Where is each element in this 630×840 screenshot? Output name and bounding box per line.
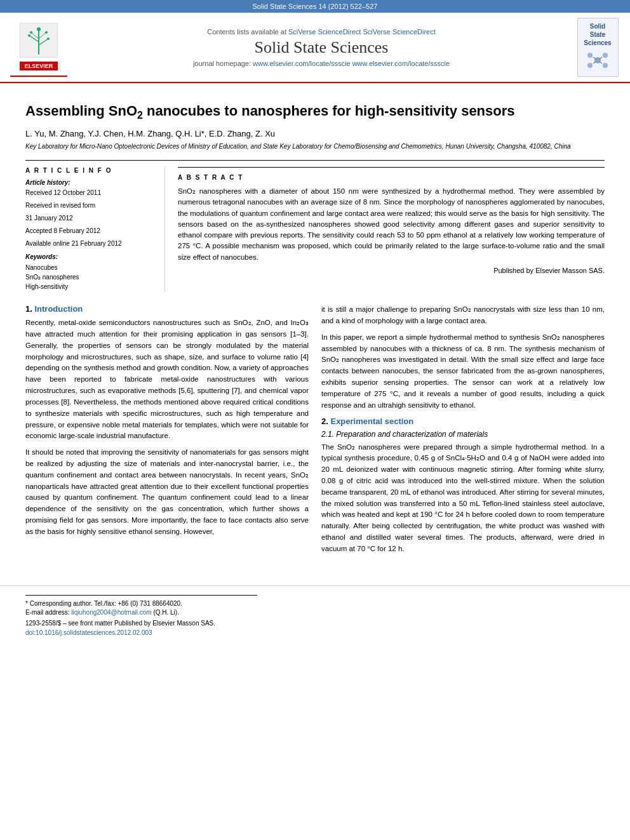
elsevier-logo-area: ELSEVIER [10,18,67,77]
svg-point-15 [603,63,608,68]
email-link[interactable]: liqiuhong2004@hotmail.com [71,609,151,616]
right-intro-para1: it is still a major challenge to prepari… [321,304,605,327]
received-date: Received 12 October 2011 [25,189,154,197]
sciverse-name: SciVerse ScienceDirect [363,28,435,36]
svg-point-12 [587,53,593,58]
history-label: Article history: [25,179,154,186]
svg-point-9 [30,31,32,34]
contents-available: Contents lists available at SciVerse Sci… [74,28,569,36]
svg-point-6 [37,27,41,31]
abstract-text: SnO₂ nanospheres with a diameter of abou… [178,186,605,263]
journal-logo-area: SolidStateSciences [575,18,620,77]
footnote-email: E-mail address: liqiuhong2004@hotmail.co… [25,608,605,617]
footnote-star: * Corresponding author. Tel./fax: +86 (0… [25,599,605,608]
experimental-para1: The SnO₂ nanospheres were prepared throu… [321,442,605,555]
article-info-label: A R T I C L E I N F O [25,167,154,174]
body-left-col: 1. Introduction Recently, metal-oxide se… [25,304,309,559]
footer-copyright: 1293-2558/$ – see front matter Published… [25,620,605,627]
keyword-3: High-sensitivity [25,282,154,291]
authors: L. Yu, M. Zhang, Y.J. Chen, H.M. Zhang, … [25,129,605,138]
journal-logo-box: SolidStateSciences [577,18,619,77]
svg-point-11 [594,57,601,63]
svg-line-19 [600,62,602,63]
revised-label: Received in revised form [25,201,154,210]
homepage-url[interactable]: www.elsevier.com/locate/ssscie [253,60,350,67]
available-date: Available online 21 February 2012 [25,239,154,248]
svg-point-8 [47,37,50,40]
elsevier-tree-icon [20,23,58,58]
footer-divider [25,595,257,596]
intro-para1: Recently, metal-oxide semiconductors nan… [25,317,309,442]
journal-citation: Solid State Sciences 14 (2012) 522–527 [253,3,378,10]
abstract-label: A B S T R A C T [178,174,605,181]
svg-point-13 [603,53,608,58]
sciverse-link[interactable]: SciVerse ScienceDirect [288,28,361,36]
main-content: Assembling SnO2 nanocubes to nanospheres… [0,83,630,573]
affiliation: Key Laboratory for Micro-Nano Optoelectr… [25,142,605,151]
journal-title: Solid State Sciences [74,38,569,57]
keyword-1: Nanocubes [25,263,154,272]
svg-point-14 [587,63,593,68]
article-title: Assembling SnO2 nanocubes to nanospheres… [25,102,605,123]
article-info-col: A R T I C L E I N F O Article history: R… [25,167,165,291]
journal-center-block: Contents lists available at SciVerse Sci… [74,28,569,67]
svg-point-7 [28,34,30,37]
journal-homepage: journal homepage: www.elsevier.com/locat… [74,60,569,67]
sub-heading: 2.1. Preparation and characterization of… [321,430,605,439]
keyword-2: SnO₂ nanospheres [25,272,154,282]
info-abstract-section: A R T I C L E I N F O Article history: R… [25,160,605,291]
svg-line-18 [593,62,596,63]
svg-line-17 [600,57,602,59]
elsevier-label: ELSEVIER [20,62,58,70]
experimental-heading: 2. Experimental section [321,417,605,426]
keywords-label: Keywords: [25,253,154,260]
journal-citation-bar: Solid State Sciences 14 (2012) 522–527 [0,0,630,13]
footer: * Corresponding author. Tel./fax: +86 (0… [0,585,630,636]
journal-header: ELSEVIER Contents lists available at Sci… [0,13,630,83]
intro-heading: 1. Introduction [25,304,309,314]
revised-date: 31 January 2012 [25,214,154,223]
svg-point-10 [45,31,48,34]
publisher-line: Published by Elsevier Masson SAS. [178,267,605,274]
body-section: 1. Introduction Recently, metal-oxide se… [25,304,605,559]
footer-doi: doi:10.1016/j.solidstatesciences.2012.02… [25,629,605,636]
body-right-col: it is still a major challenge to prepari… [321,304,605,559]
accepted-date: Accepted 8 February 2012 [25,227,154,236]
svg-line-16 [593,57,596,59]
intro-para2: It should be noted that improving the se… [25,447,309,538]
right-intro-para2: In this paper, we report a simple hydrot… [321,332,605,411]
journal-molecule-icon [585,49,610,71]
abstract-col: A B S T R A C T SnO₂ nanospheres with a … [178,167,605,291]
